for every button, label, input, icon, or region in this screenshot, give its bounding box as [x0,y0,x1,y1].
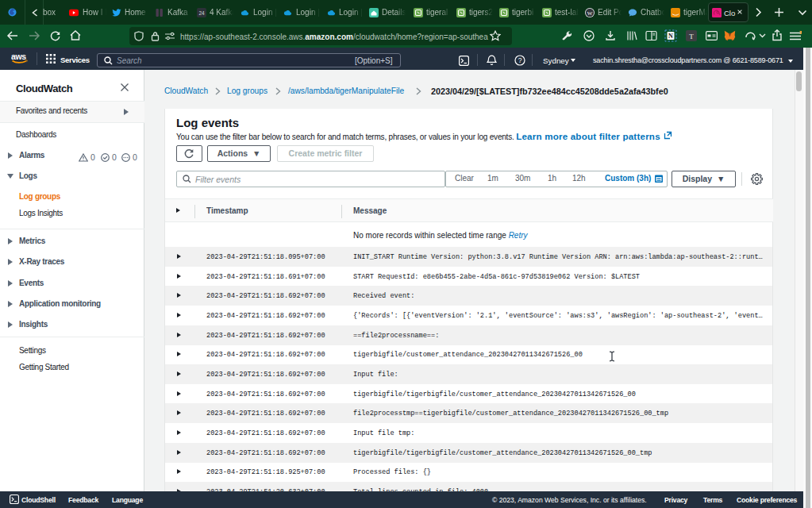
svg-text:N: N [668,33,673,40]
svg-text:aws: aws [11,52,26,61]
svg-text:?: ? [518,56,522,64]
svg-text:T: T [689,33,694,40]
svg-text:24: 24 [198,10,205,16]
svg-text:W: W [587,10,593,17]
